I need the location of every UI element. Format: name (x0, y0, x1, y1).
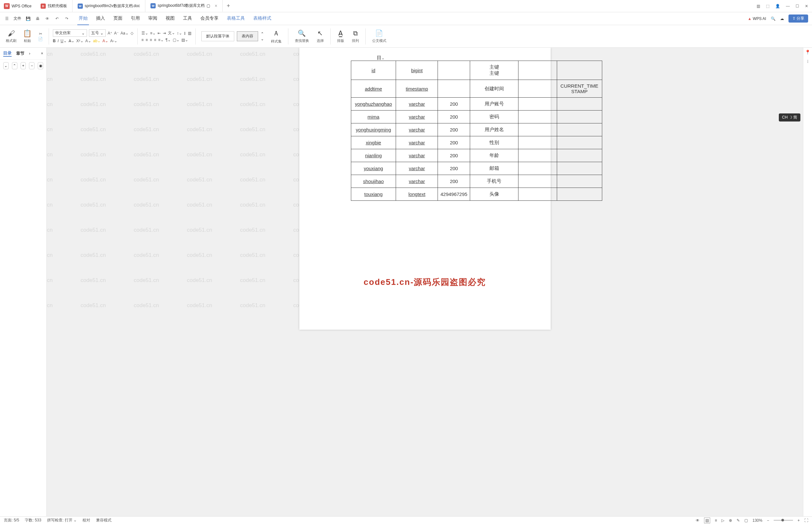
cloud-icon[interactable]: ☁ (780, 16, 784, 21)
layout-icon[interactable]: ▥ (757, 4, 760, 9)
tab-template[interactable]: D 找稻壳模板 (35, 0, 72, 12)
superscript-button[interactable]: X²⌄ (76, 39, 83, 43)
align-center-icon[interactable]: ≡ (146, 38, 148, 42)
title-controls: ▥ ⬚ 👤 — ☐ ✕ (757, 4, 812, 9)
style-up-icon[interactable]: ⌃ (261, 32, 264, 36)
fill-icon[interactable]: ▤⌄ (181, 38, 188, 42)
bullet-list-icon[interactable]: ☰⌄ (142, 31, 148, 35)
menu-tab-view[interactable]: 视图 (164, 12, 176, 25)
font-size-select[interactable]: 五号 ⌄ (89, 29, 106, 37)
tab-add-button[interactable]: + (223, 3, 234, 9)
italic-button[interactable]: I (58, 39, 59, 43)
highlight-button[interactable]: ab⌄ (93, 39, 101, 43)
align-right-icon[interactable]: ≡ (150, 38, 152, 42)
ai-icon: ▲ (748, 16, 751, 21)
hamburger-icon[interactable]: ☰ (4, 16, 10, 21)
line-spacing-icon[interactable]: ↕⌄ (177, 31, 182, 35)
align-distribute-icon[interactable]: ≡⌄ (158, 38, 164, 42)
menu-tab-reference[interactable]: 引用 (130, 12, 141, 25)
close-icon[interactable]: × (215, 3, 217, 9)
menu-tab-table-tools[interactable]: 表格工具 (226, 12, 246, 25)
menu-tab-member[interactable]: 会员专享 (199, 12, 220, 25)
align-justify-icon[interactable]: ≡ (154, 38, 156, 42)
ribbon: 🖌 格式刷 📋 粘贴 ✂ 📄 华文仿宋 ⌄ 五号 ⌄ A⁺ A⁻ Aa⌄ ◇ B… (0, 25, 812, 48)
chevron-down-icon: ⌄ (100, 31, 103, 35)
font-color-button[interactable]: A⌄ (102, 39, 108, 43)
change-case-icon[interactable]: Aa⌄ (120, 31, 129, 35)
search-icon: 🔍 (298, 29, 306, 37)
paragraph-mark-icon[interactable]: ¶⌄ (166, 38, 171, 42)
style-content[interactable]: 表内容 (237, 31, 258, 41)
indent-icon[interactable]: ⇥ (163, 31, 166, 35)
menu-tab-tools[interactable]: 工具 (182, 12, 193, 25)
text-effect-button[interactable]: A⌄ (85, 39, 91, 43)
shrink-font-icon[interactable]: A⁻ (114, 31, 119, 35)
style-default[interactable]: 默认段落字体 (201, 31, 234, 41)
layout-icon: A̲ (338, 29, 343, 37)
layout-button[interactable]: A̲ 排版 (334, 29, 347, 43)
chevron-down-icon: ⌄ (72, 31, 85, 35)
tab-label: 找稻壳模板 (48, 3, 67, 9)
office-mode-button[interactable]: 📄 公文模式 (369, 29, 389, 43)
doc-icon: W (150, 3, 156, 9)
bold-button[interactable]: B (53, 39, 56, 43)
copy-icon[interactable]: 📄 (38, 37, 43, 41)
menu-tab-review[interactable]: 审阅 (147, 12, 159, 25)
template-icon: D (40, 3, 46, 9)
style-down-icon[interactable]: ⌄ (261, 37, 264, 41)
arrange-icon: ⧉ (353, 30, 358, 37)
find-replace-button[interactable]: 🔍 查找替换 (292, 29, 312, 43)
paste-icon[interactable]: 📋 (23, 29, 32, 38)
cube-icon[interactable]: ⬚ (766, 4, 769, 9)
arrange-button[interactable]: ⧉ 排列 (349, 30, 362, 43)
border-icon[interactable]: ▢⌄ (173, 38, 180, 42)
style-set-button[interactable]: Ａ 样式集 (268, 29, 284, 44)
menu-tab-page[interactable]: 页面 (112, 12, 124, 25)
font-name-select[interactable]: 华文仿宋 ⌄ (53, 29, 87, 37)
style-set-icon: Ａ (273, 29, 279, 38)
app-name: WPS Office (12, 4, 32, 9)
doc-icon: W (78, 3, 83, 9)
redo-icon[interactable]: ↷ (64, 16, 70, 21)
undo-icon[interactable]: ↶ (54, 16, 60, 21)
share-button[interactable]: ⇪ 分享 (789, 15, 808, 22)
search-icon[interactable]: 🔍 (771, 16, 776, 21)
distribute-icon[interactable]: ⫿ (184, 31, 186, 35)
menu-tabs: 开始 插入 页面 引用 审阅 视图 工具 会员专享 表格工具 表格样式 (77, 12, 272, 25)
paste-label[interactable]: 粘贴 (24, 38, 31, 43)
app-logo: W WPS Office (0, 3, 35, 9)
menu-bar: ☰ 文件 💾 🖶 👁 ↶ ↷ 开始 插入 页面 引用 审阅 视图 工具 会员专享… (0, 12, 812, 25)
text-direction-icon[interactable]: 文⌄ (168, 30, 175, 36)
save-icon[interactable]: 💾 (25, 16, 31, 21)
menu-tab-table-style[interactable]: 表格样式 (252, 12, 272, 25)
close-button[interactable]: ✕ (805, 4, 808, 9)
select-button[interactable]: ↖ 选择 (314, 29, 327, 43)
avatar-icon[interactable]: 👤 (775, 4, 780, 9)
number-list-icon[interactable]: ≡⌄ (150, 31, 156, 35)
file-menu[interactable]: 文件 (14, 16, 21, 21)
tab-doc1[interactable]: W springbootf8m2v数据库文档.doc (72, 0, 145, 12)
preview-icon[interactable]: 👁 (45, 16, 50, 21)
columns-icon[interactable]: ▥ (188, 31, 192, 35)
format-painter-icon[interactable]: 🖌 (8, 29, 15, 38)
tab-doc2-active[interactable]: W springboot6bf7d数据库文档 ▢ × (145, 0, 223, 12)
outdent-icon[interactable]: ⇤ (158, 31, 161, 35)
strikethrough-button[interactable]: A̶⌄ (69, 39, 74, 43)
grow-font-icon[interactable]: A⁺ (107, 31, 112, 35)
print-icon[interactable]: 🖶 (35, 16, 40, 21)
cursor-icon: ↖ (317, 29, 323, 37)
window-indicator-icon: ▢ (206, 3, 210, 8)
wps-logo-icon: W (4, 3, 10, 9)
menu-tab-insert[interactable]: 插入 (95, 12, 106, 25)
tab-label: springboot6bf7d数据库文档 (158, 3, 204, 9)
align-left-icon[interactable]: ≡ (142, 38, 144, 42)
underline-button[interactable]: U⌄ (61, 39, 67, 43)
menu-tab-start[interactable]: 开始 (77, 12, 89, 25)
maximize-button[interactable]: ☐ (796, 4, 799, 9)
share-icon: ⇪ (792, 16, 796, 21)
clear-format-icon[interactable]: ◇ (131, 31, 133, 35)
shading-button[interactable]: A▫⌄ (110, 39, 117, 43)
wps-ai-button[interactable]: ▲ WPS AI (748, 16, 766, 21)
minimize-button[interactable]: — (786, 4, 790, 9)
cut-icon[interactable]: ✂ (39, 32, 42, 36)
